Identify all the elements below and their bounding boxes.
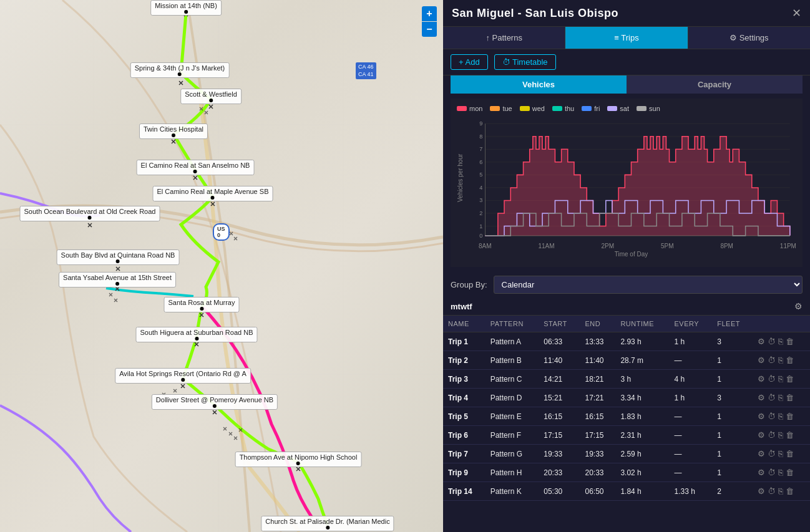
cell-fleet: 1 bbox=[712, 370, 753, 389]
group-by-select[interactable]: Calendar Pattern Fleet bbox=[494, 276, 803, 294]
stop-label-avila[interactable]: Avila Hot Springs Resort (Ontario Rd @ A bbox=[115, 368, 251, 384]
row-settings-icon[interactable]: ⚙ bbox=[758, 449, 765, 458]
row-clock-icon[interactable]: ⏱ bbox=[768, 468, 776, 477]
right-panel: San Miguel - San Luis Obispo ✕ ↑ Pattern… bbox=[443, 0, 810, 532]
stop-label-santa-rosa[interactable]: Santa Rosa at Murray bbox=[164, 297, 240, 312]
cell-end: 11:40 bbox=[580, 351, 615, 370]
section-settings-button[interactable]: ⚙ bbox=[794, 301, 803, 311]
legend-sat-label: sat bbox=[620, 105, 629, 112]
zoom-in-button[interactable]: + bbox=[422, 6, 437, 21]
capacity-toggle[interactable]: Capacity bbox=[627, 75, 803, 94]
row-delete-icon[interactable]: 🗑 bbox=[786, 449, 794, 458]
panel-title-bar: San Miguel - San Luis Obispo ✕ bbox=[443, 0, 810, 27]
close-button[interactable]: ✕ bbox=[792, 6, 801, 20]
row-clock-icon[interactable]: ⏱ bbox=[768, 337, 776, 346]
table-row[interactable]: Trip 9 Pattern H 20:33 20:33 3.02 h — 1 … bbox=[443, 463, 810, 482]
stop-label-el-camino-nb[interactable]: El Camino Real at San Anselmo NB bbox=[137, 160, 255, 175]
stop-label-twin-cities[interactable]: Twin Cities Hospital bbox=[139, 123, 208, 139]
zoom-out-button[interactable]: − bbox=[422, 22, 437, 37]
cell-every: — bbox=[669, 426, 712, 445]
cell-every: 1 h bbox=[669, 389, 712, 407]
stop-label-spring[interactable]: Spring & 34th (J n J's Market) bbox=[130, 62, 230, 78]
cell-name: Trip 2 bbox=[443, 351, 486, 370]
row-settings-icon[interactable]: ⚙ bbox=[758, 337, 765, 346]
stop-label-south-bay[interactable]: South Bay Blvd at Quintana Road NB bbox=[57, 249, 180, 265]
table-row[interactable]: Trip 1 Pattern A 06:33 13:33 2.93 h 1 h … bbox=[443, 332, 810, 351]
svg-text:7: 7 bbox=[479, 146, 482, 152]
row-delete-icon[interactable]: 🗑 bbox=[786, 486, 794, 496]
row-settings-icon[interactable]: ⚙ bbox=[758, 468, 765, 477]
table-row[interactable]: Trip 7 Pattern G 19:33 19:33 2.59 h — 1 … bbox=[443, 445, 810, 463]
row-settings-icon[interactable]: ⚙ bbox=[758, 393, 765, 402]
stop-label-dolliver[interactable]: Dolliver Street @ Pomeroy Avenue NB bbox=[152, 394, 278, 410]
table-row[interactable]: Trip 4 Pattern D 15:21 17:21 3.34 h 1 h … bbox=[443, 389, 810, 407]
cell-row-actions: ⚙ ⏱ ⎘ 🗑 bbox=[753, 351, 810, 370]
ca-highway-badge: CA 46CA 41 bbox=[356, 62, 376, 79]
row-copy-icon[interactable]: ⎘ bbox=[778, 355, 783, 365]
stop-label-santa-ysabel[interactable]: Santa Ysabel Avenue at 15th Street bbox=[59, 272, 176, 288]
stop-label-south-ocean[interactable]: South Ocean Boulevard at Old Creek Road bbox=[20, 206, 160, 221]
row-settings-icon[interactable]: ⚙ bbox=[758, 430, 765, 440]
row-settings-icon[interactable]: ⚙ bbox=[758, 412, 765, 421]
cell-runtime: 2.59 h bbox=[615, 445, 669, 463]
legend-sun: sun bbox=[637, 105, 660, 112]
table-row[interactable]: Trip 3 Pattern C 14:21 18:21 3 h 4 h 1 ⚙… bbox=[443, 370, 810, 389]
row-delete-icon[interactable]: 🗑 bbox=[786, 468, 794, 477]
row-clock-icon[interactable]: ⏱ bbox=[768, 486, 776, 496]
row-delete-icon[interactable]: 🗑 bbox=[786, 393, 794, 402]
table-row[interactable]: Trip 2 Pattern B 11:40 11:40 28.7 m — 1 … bbox=[443, 351, 810, 370]
row-delete-icon[interactable]: 🗑 bbox=[786, 412, 794, 421]
stop-label-el-camino-sb[interactable]: El Camino Real at Maple Avenue SB bbox=[153, 186, 273, 201]
svg-text:2: 2 bbox=[479, 210, 482, 216]
row-copy-icon[interactable]: ⎘ bbox=[778, 468, 783, 477]
add-button[interactable]: + Add bbox=[451, 54, 488, 70]
row-settings-icon[interactable]: ⚙ bbox=[758, 486, 765, 496]
row-settings-icon[interactable]: ⚙ bbox=[758, 355, 765, 365]
map-background bbox=[0, 0, 443, 532]
row-copy-icon[interactable]: ⎘ bbox=[778, 337, 783, 346]
row-clock-icon[interactable]: ⏱ bbox=[768, 449, 776, 458]
timetable-button[interactable]: ⏱ Timetable bbox=[494, 54, 556, 70]
stop-label-mission[interactable]: Mission at 14th (NB) bbox=[150, 0, 222, 16]
stop-label-thompson[interactable]: Thompson Ave at Nipomo High School bbox=[235, 452, 362, 467]
cell-end: 16:15 bbox=[580, 407, 615, 426]
cell-row-actions: ⚙ ⏱ ⎘ 🗑 bbox=[753, 445, 810, 463]
row-copy-icon[interactable]: ⎘ bbox=[778, 393, 783, 402]
row-clock-icon[interactable]: ⏱ bbox=[768, 430, 776, 440]
legend-tue: tue bbox=[490, 105, 512, 112]
section-header: mtwtf ⚙ bbox=[443, 297, 810, 316]
cell-runtime: 2.93 h bbox=[615, 332, 669, 351]
tab-patterns[interactable]: ↑ Patterns bbox=[443, 27, 565, 49]
row-delete-icon[interactable]: 🗑 bbox=[786, 337, 794, 346]
row-clock-icon[interactable]: ⏱ bbox=[768, 412, 776, 421]
row-clock-icon[interactable]: ⏱ bbox=[768, 393, 776, 402]
cell-end: 17:21 bbox=[580, 389, 615, 407]
table-row[interactable]: Trip 6 Pattern F 17:15 17:15 2.31 h — 1 … bbox=[443, 426, 810, 445]
zoom-controls: + − bbox=[422, 6, 437, 37]
row-clock-icon[interactable]: ⏱ bbox=[768, 374, 776, 384]
vehicles-toggle[interactable]: Vehicles bbox=[451, 75, 627, 94]
svg-text:5: 5 bbox=[479, 172, 482, 178]
col-runtime: RUNTIME bbox=[615, 316, 669, 332]
row-delete-icon[interactable]: 🗑 bbox=[786, 355, 794, 365]
table-area[interactable]: mtwtf ⚙ NAME PATTERN START END RUNTIME E… bbox=[443, 297, 810, 532]
table-row[interactable]: Trip 5 Pattern E 16:15 16:15 1.83 h — 1 … bbox=[443, 407, 810, 426]
row-copy-icon[interactable]: ⎘ bbox=[778, 449, 783, 458]
stop-label-south-higuera[interactable]: South Higuera at Suburban Road NB bbox=[135, 327, 257, 342]
row-copy-icon[interactable]: ⎘ bbox=[778, 374, 783, 384]
cell-row-actions: ⚙ ⏱ ⎘ 🗑 bbox=[753, 389, 810, 407]
row-settings-icon[interactable]: ⚙ bbox=[758, 374, 765, 384]
row-delete-icon[interactable]: 🗑 bbox=[786, 430, 794, 440]
tab-settings[interactable]: ⚙ Settings bbox=[688, 27, 810, 49]
stop-label-church[interactable]: Church St. at Palisade Dr. (Marian Medic bbox=[261, 516, 394, 531]
row-copy-icon[interactable]: ⎘ bbox=[778, 430, 783, 440]
table-row[interactable]: Trip 14 Pattern K 05:30 06:50 1.84 h 1.3… bbox=[443, 482, 810, 501]
stop-label-scott[interactable]: Scott & Westfield bbox=[180, 89, 242, 104]
row-copy-icon[interactable]: ⎘ bbox=[778, 486, 783, 496]
chart-container: Vehicles per hour bbox=[457, 117, 796, 239]
row-copy-icon[interactable]: ⎘ bbox=[778, 412, 783, 421]
tab-trips[interactable]: ≡ Trips bbox=[565, 27, 688, 49]
row-delete-icon[interactable]: 🗑 bbox=[786, 374, 794, 384]
row-clock-icon[interactable]: ⏱ bbox=[768, 355, 776, 365]
legend-sun-color bbox=[637, 106, 647, 111]
